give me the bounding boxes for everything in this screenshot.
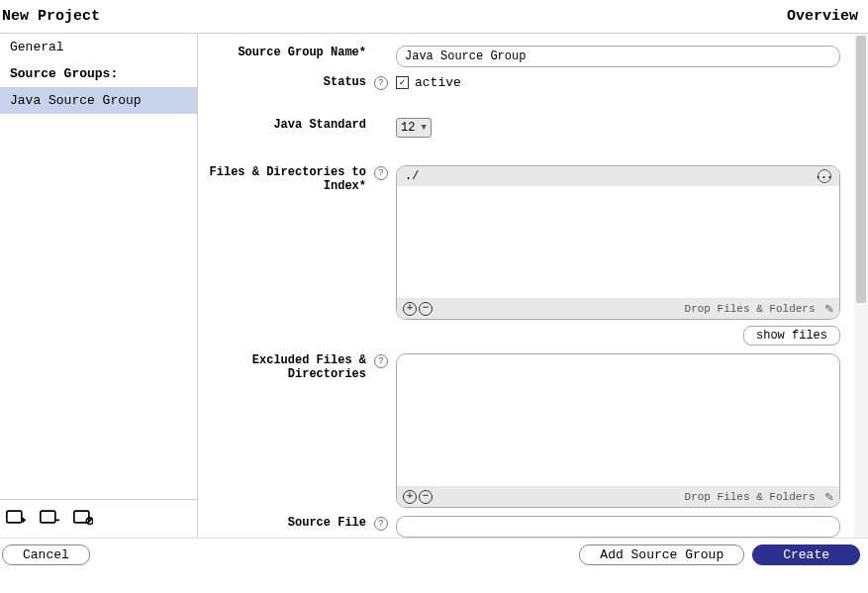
source-file-label: Source File [198,516,372,530]
scrollbar-thumb[interactable] [856,36,866,303]
files-to-index-listbox[interactable]: ./ ••• + − Drop Files & Folders ✎ [396,165,840,320]
svg-rect-3 [41,511,55,523]
drop-hint: Drop Files & Folders [685,303,816,315]
more-icon[interactable]: ••• [818,169,831,183]
remove-icon[interactable]: − [419,302,433,316]
create-button[interactable]: Create [752,544,860,565]
standard-label: Java Standard [198,118,372,132]
name-label: Source Group Name* [198,46,372,59]
help-icon[interactable]: ? [374,166,388,180]
overview-link[interactable]: Overview [787,8,858,25]
sidebar-heading-groups: Source Groups: [0,60,197,87]
active-checkbox[interactable]: ✓ [396,76,409,89]
name-input[interactable] [396,46,840,67]
drop-hint: Drop Files & Folders [685,491,816,503]
files-index-label: Files & Directories to Index* [198,165,372,194]
chevron-down-icon: ▼ [421,123,426,133]
list-item[interactable]: ./ ••• [397,166,839,186]
duplicate-group-icon[interactable] [40,508,59,530]
help-icon[interactable]: ? [374,354,388,368]
add-group-icon[interactable] [6,508,26,530]
add-source-group-button[interactable]: Add Source Group [579,544,744,565]
standard-select[interactable]: 12 ▼ [396,118,432,138]
sidebar: General Source Groups: Java Source Group [0,34,198,538]
page-title: New Project [2,8,100,25]
edit-icon[interactable]: ✎ [825,300,833,317]
add-icon[interactable]: + [403,490,417,504]
active-label: active [415,75,461,90]
remove-icon[interactable]: − [419,490,433,504]
svg-rect-0 [7,511,22,523]
help-icon[interactable]: ? [374,517,388,531]
add-icon[interactable]: + [403,302,417,316]
remove-group-icon[interactable] [73,508,93,530]
list-item-path: ./ [405,169,419,183]
scrollbar[interactable] [854,34,868,538]
sidebar-item-general[interactable]: General [0,34,197,60]
sidebar-item-java-source-group[interactable]: Java Source Group [0,87,197,114]
cancel-button[interactable]: Cancel [2,544,90,565]
source-file-input[interactable] [396,516,840,538]
excluded-listbox[interactable]: + − Drop Files & Folders ✎ [396,353,840,508]
excluded-label: Excluded Files & Directories [198,353,372,382]
show-files-button[interactable]: show files [743,326,840,346]
status-label: Status [198,75,372,89]
standard-value: 12 [401,121,415,135]
edit-icon[interactable]: ✎ [825,488,833,505]
help-icon[interactable]: ? [374,76,388,90]
